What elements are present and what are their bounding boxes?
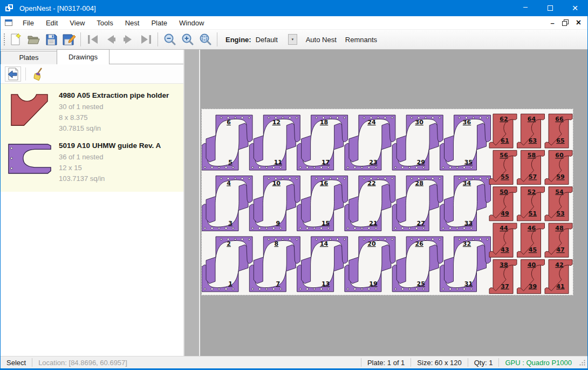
remnants-button[interactable]: Remnants xyxy=(341,33,381,46)
nested-pair: 4847 xyxy=(545,223,572,257)
nest-canvas[interactable]: 6543211211109871817161514132423222120193… xyxy=(200,50,587,356)
auto-nest-button[interactable]: Auto Nest xyxy=(302,33,341,46)
part-number: 64 xyxy=(528,116,536,123)
nested-pair: 2625 xyxy=(392,237,443,292)
save-as-button[interactable] xyxy=(60,31,78,48)
part-number: 19 xyxy=(369,280,377,287)
maximize-button[interactable] xyxy=(538,0,563,16)
part-number: 1 xyxy=(228,280,233,287)
nested-pair: 2423 xyxy=(345,115,395,170)
toolbar-grip[interactable] xyxy=(2,32,6,46)
drawing-item-uhmw-guide[interactable]: 5019 A10 UHMW guide Rev. A 36 of 1 neste… xyxy=(1,137,183,187)
part-number: 18 xyxy=(320,119,328,126)
nav-last-button[interactable] xyxy=(137,31,155,48)
part-number: 14 xyxy=(320,240,329,247)
menu-window[interactable]: Window xyxy=(173,17,210,29)
resize-grip[interactable] xyxy=(578,359,587,366)
part-number: 6 xyxy=(227,119,231,126)
menu-nest[interactable]: Nest xyxy=(119,17,146,29)
menu-file[interactable]: File xyxy=(17,17,40,29)
part-number: 43 xyxy=(501,246,509,253)
mdi-document-icon[interactable] xyxy=(5,19,12,26)
part-number: 51 xyxy=(529,210,537,217)
part-number: 5 xyxy=(228,159,233,166)
save-as-icon xyxy=(63,33,76,45)
toolbar-separator xyxy=(217,32,217,46)
plate-sheet[interactable]: 6543211211109871817161514132423222120193… xyxy=(202,109,573,295)
app-window: OpenNest - [N0317-004] – × File Edit Vie… xyxy=(0,0,588,370)
open-file-button[interactable] xyxy=(24,31,42,48)
drawing-list: 4980 A05 Extraction pipe holder 30 of 1 … xyxy=(1,84,183,192)
part-number: 48 xyxy=(555,225,563,232)
sidebar: Plates Drawings xyxy=(1,50,184,356)
import-drawing-button[interactable] xyxy=(5,66,21,82)
nav-previous-icon xyxy=(105,34,117,45)
part-number: 7 xyxy=(276,280,280,287)
part-number: 53 xyxy=(556,210,564,217)
part-number: 34 xyxy=(463,180,471,187)
status-mode: Select xyxy=(1,359,32,367)
zoom-fit-button[interactable] xyxy=(196,31,214,48)
menu-edit[interactable]: Edit xyxy=(40,17,64,29)
part-number: 4 xyxy=(227,180,231,187)
part-number: 20 xyxy=(367,240,376,247)
nested-pair: 1817 xyxy=(297,115,348,170)
nested-pair: 6463 xyxy=(517,114,545,148)
import-drawing-icon xyxy=(7,68,19,80)
part-number: 59 xyxy=(556,173,564,180)
part-number: 66 xyxy=(555,116,564,123)
panel-splitter[interactable] xyxy=(184,50,200,356)
tab-plates[interactable]: Plates xyxy=(1,51,57,64)
status-gpu: GPU : Quadro P1000 xyxy=(499,359,578,367)
nested-pair: 6059 xyxy=(545,150,572,184)
part-number: 47 xyxy=(556,246,564,253)
save-button[interactable] xyxy=(42,31,60,48)
part-number: 21 xyxy=(369,220,377,227)
nav-previous-button[interactable] xyxy=(101,31,119,48)
drawing-area: 103.7137 sq/in xyxy=(59,173,181,184)
minimize-button[interactable]: – xyxy=(513,0,538,16)
new-file-icon xyxy=(10,33,22,46)
drawing-size: 12 x 15 xyxy=(59,163,181,173)
nested-pair: 43 xyxy=(202,176,252,231)
part-number: 30 xyxy=(415,119,424,126)
nested-pair: 5251 xyxy=(517,187,545,221)
drawing-item-extraction-pipe-holder[interactable]: 4980 A05 Extraction pipe holder 30 of 1 … xyxy=(1,87,183,137)
mdi-restore-button[interactable] xyxy=(562,19,569,26)
part-number: 24 xyxy=(367,119,376,126)
part-number: 9 xyxy=(276,220,280,227)
part-number: 60 xyxy=(555,152,564,159)
tab-drawings[interactable]: Drawings xyxy=(57,49,110,64)
nested-pair: 3231 xyxy=(440,237,491,292)
toolbar-separator xyxy=(158,32,158,46)
mdi-close-button[interactable]: × xyxy=(576,18,581,28)
open-file-icon xyxy=(27,34,40,45)
clean-drawings-icon xyxy=(32,67,45,81)
drawing-thumbnail-red-part xyxy=(10,92,49,128)
part-number: 45 xyxy=(529,246,537,253)
part-number: 54 xyxy=(555,189,564,196)
part-number: 32 xyxy=(463,240,471,247)
engine-select-value[interactable]: Default xyxy=(255,35,288,45)
menu-plate[interactable]: Plate xyxy=(145,17,173,29)
part-number: 56 xyxy=(500,152,508,159)
clean-drawings-button[interactable] xyxy=(30,66,46,82)
part-number: 15 xyxy=(322,220,330,227)
nav-first-button[interactable] xyxy=(84,31,101,48)
nav-next-button[interactable] xyxy=(119,31,137,48)
zoom-out-button[interactable] xyxy=(161,31,179,48)
zoom-in-button[interactable] xyxy=(179,31,196,48)
part-number: 33 xyxy=(464,220,473,227)
nested-pair: 2019 xyxy=(345,237,395,292)
new-file-button[interactable] xyxy=(6,31,24,48)
nested-pair: 3433 xyxy=(440,176,491,231)
close-button[interactable]: × xyxy=(563,0,587,16)
menu-tools[interactable]: Tools xyxy=(91,17,119,29)
window-title: OpenNest - [N0317-004] xyxy=(19,4,96,12)
engine-select-arrow-button[interactable]: ▼ xyxy=(288,34,297,45)
mdi-restore-icon xyxy=(562,19,569,26)
part-number: 50 xyxy=(500,189,508,196)
menu-view[interactable]: View xyxy=(64,17,91,29)
part-number: 8 xyxy=(274,240,278,247)
mdi-minimize-button[interactable]: – xyxy=(550,19,554,27)
